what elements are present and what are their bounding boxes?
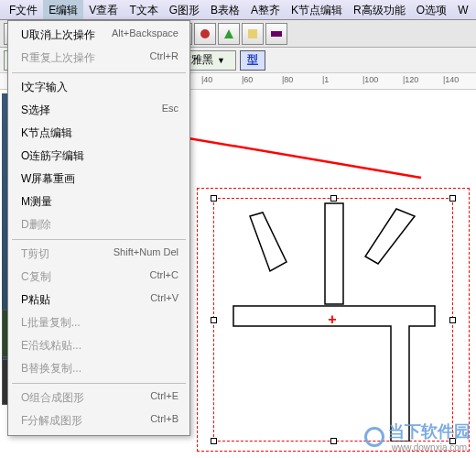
menu-item-shortcut: Esc (162, 103, 178, 118)
menu-item[interactable]: B表格 (205, 0, 245, 19)
menu-item-label: P粘贴 (21, 292, 50, 308)
edit-menu-dropdown: U取消上次操作Alt+BackspaceR重复上次操作Ctrl+RI文字输入S选… (7, 20, 190, 436)
watermark-url: www.downxia.com (388, 442, 471, 453)
menu-item[interactable]: K节点编辑 (8, 122, 189, 145)
menu-item: F分解成图形Ctrl+B (8, 409, 189, 432)
tool-e-button[interactable] (265, 23, 287, 45)
tool-c-button[interactable] (218, 23, 240, 45)
menu-item-label: O连筋字编辑 (21, 148, 84, 164)
menu-item[interactable]: O连筋字编辑 (8, 145, 189, 168)
menu-item-label: F分解成图形 (21, 413, 82, 429)
menu-item: E沿线粘贴... (8, 334, 189, 357)
menu-item: O组合成图形Ctrl+E (8, 387, 189, 409)
menu-item[interactable]: W屏幕重画 (8, 168, 189, 191)
menu-item-label: C复制 (21, 269, 51, 285)
watermark: 当下软件园 www.downxia.com (364, 420, 471, 453)
menu-item[interactable]: F文件 (4, 0, 43, 19)
menu-item[interactable]: R高级功能 (348, 0, 411, 19)
menu-item-label: O组合成图形 (21, 390, 84, 406)
tool-b-button[interactable] (194, 23, 216, 45)
tool-d-button[interactable] (242, 23, 264, 45)
menu-item: B替换复制... (8, 357, 189, 380)
svg-rect-10 (248, 29, 257, 38)
menu-item[interactable]: P粘贴Ctrl+V (8, 289, 189, 311)
menu-separator (12, 383, 186, 384)
watermark-brand: 当下软件园 (388, 420, 471, 442)
menu-item-label: M测量 (21, 194, 52, 210)
svg-rect-11 (271, 31, 282, 37)
menu-item-label: U取消上次操作 (21, 27, 95, 43)
menu-item[interactable]: W (452, 0, 473, 19)
menu-item[interactable]: A整齐 (245, 0, 286, 19)
menu-item: C复制Ctrl+C (8, 266, 189, 289)
menu-item[interactable]: K节点编辑 (286, 0, 348, 19)
character-outline (213, 198, 453, 442)
ruler-tick: |140 (443, 75, 459, 84)
menu-item-label: D删除 (21, 217, 51, 233)
ruler-tick: |60 (242, 75, 253, 84)
menu-item[interactable]: M测量 (8, 191, 189, 213)
menu-item-label: T剪切 (21, 246, 49, 262)
menu-separator (12, 72, 186, 73)
menu-item-label: W屏幕重画 (21, 171, 75, 187)
menu-item-label: S选择 (21, 103, 50, 118)
ruler-tick: |80 (282, 75, 293, 84)
menu-item-shortcut: Ctrl+V (150, 292, 178, 308)
chevron-down-icon: ▼ (217, 56, 225, 65)
ruler-tick: |1 (322, 75, 329, 84)
menu-item: D删除 (8, 213, 189, 236)
menu-item: R重复上次操作Ctrl+R (8, 47, 189, 70)
ruler-tick: |120 (403, 75, 418, 84)
menu-item-shortcut: Ctrl+C (150, 269, 178, 285)
menu-item-shortcut: Alt+Backspace (112, 27, 178, 43)
menu-item-shortcut: Ctrl+B (150, 413, 178, 429)
menu-item[interactable]: U取消上次操作Alt+Backspace (8, 24, 189, 47)
menu-item[interactable]: O选项 (411, 0, 452, 19)
menu-item-label: R重复上次操作 (21, 50, 95, 66)
menu-item[interactable]: S选择Esc (8, 99, 189, 122)
menu-item-shortcut: Ctrl+E (150, 390, 178, 406)
menu-item-label: K节点编辑 (21, 125, 72, 141)
menu-item[interactable]: I文字输入 (8, 76, 189, 99)
menu-item[interactable]: E编辑 (43, 0, 83, 19)
menu-item-label: B替换复制... (21, 361, 81, 376)
type-button[interactable]: 型 (240, 50, 265, 71)
menu-separator (12, 239, 186, 240)
menu-item-label: I文字输入 (21, 80, 68, 95)
ruler-tick: |100 (362, 75, 378, 84)
ruler-tick: |40 (201, 75, 212, 84)
menu-item-label: E沿线粘贴... (21, 338, 81, 354)
menu-item[interactable]: T文本 (124, 0, 163, 19)
menu-item: L批量复制... (8, 311, 189, 334)
menu-item-shortcut: Shift+Num Del (114, 246, 178, 262)
menu-bar: F文件E编辑V查看T文本G图形B表格A整齐K节点编辑R高级功能O选项W (0, 0, 476, 20)
menu-item-shortcut: Ctrl+R (150, 50, 178, 66)
watermark-logo-icon (364, 427, 384, 447)
menu-item[interactable]: G图形 (164, 0, 205, 19)
menu-item[interactable]: V查看 (83, 0, 124, 19)
menu-item-label: L批量复制... (21, 315, 81, 331)
svg-point-9 (200, 29, 210, 38)
type-label: 型 (247, 52, 258, 68)
menu-item: T剪切Shift+Num Del (8, 243, 189, 266)
